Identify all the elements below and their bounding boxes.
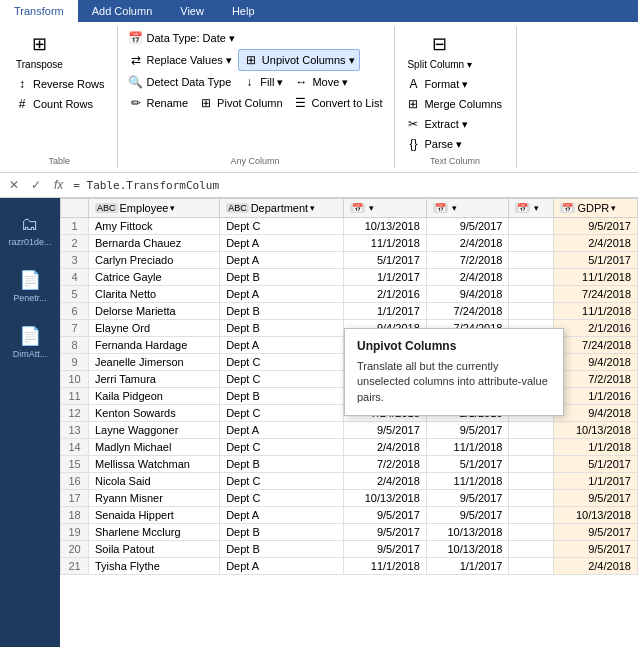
cell-4: 11/1/2018 [426,473,509,490]
cell-6: 11/1/2018 [554,303,638,320]
unpivot-icon: ⊞ [243,52,259,68]
parse-icon: {} [405,136,421,152]
btn-count-rows[interactable]: # Count Rows [10,94,97,114]
cell-6: 10/13/2018 [554,507,638,524]
cell-5 [509,473,554,490]
fx-label: fx [50,178,67,192]
cell-0: 10 [61,371,89,388]
replace-values-icon: ⇄ [128,52,144,68]
main-area: 🗂 razr01de... 📄 Penetr... 📄 DimAtt... AB… [0,198,638,647]
cell-6: 9/5/2017 [554,490,638,507]
cell-2: Dept B [220,388,344,405]
cell-0: 2 [61,235,89,252]
cell-5 [509,286,554,303]
cell-6: 11/1/2018 [554,269,638,286]
cell-2: Dept A [220,252,344,269]
btn-fill[interactable]: ↓ Fill ▾ [237,72,287,92]
formula-reject-button[interactable]: ✕ [4,175,24,195]
cell-2: Dept A [220,235,344,252]
cell-1: Layne Waggoner [89,422,220,439]
col-header-col5[interactable]: 📅 ▾ [509,199,554,218]
col-header-col3[interactable]: 📅 ▾ [344,199,427,218]
btn-merge-columns[interactable]: ⊞ Merge Columns [401,94,506,114]
cell-2: Dept C [220,405,344,422]
table-row: 18Senaida HippertDept A9/5/20179/5/20171… [61,507,638,524]
btn-data-type[interactable]: 📅 Data Type: Date ▾ [124,28,239,48]
btn-detect-data-type[interactable]: 🔍 Detect Data Type [124,72,236,92]
cell-2: Dept A [220,558,344,575]
cell-5 [509,456,554,473]
cell-2: Dept B [220,320,344,337]
col-header-col4[interactable]: 📅 ▾ [426,199,509,218]
cell-1: Amy Fittock [89,218,220,235]
cell-3: 10/13/2018 [344,218,427,235]
table-row: 2Bernarda ChauezDept A11/1/20182/4/20182… [61,235,638,252]
cell-4: 11/1/2018 [426,439,509,456]
cell-1: Senaida Hippert [89,507,220,524]
cell-1: Carlyn Preciado [89,252,220,269]
cell-3: 2/4/2018 [344,473,427,490]
btn-rename[interactable]: ✏ Rename [124,93,193,113]
col4-dropdown[interactable]: ▾ [452,203,457,213]
sidebar-item-1[interactable]: 📄 Penetr... [4,260,56,312]
gdpr-dropdown[interactable]: ▾ [611,203,616,213]
btn-reverse-rows[interactable]: ↕ Reverse Rows [10,74,109,94]
tab-view[interactable]: View [166,0,218,22]
cell-5 [509,541,554,558]
table-group-label: Table [10,154,109,166]
cell-4: 5/1/2017 [426,456,509,473]
btn-split-column[interactable]: ⊟ Split Column ▾ [401,28,477,74]
table-row: 20Soila PatoutDept B9/5/201710/13/20189/… [61,541,638,558]
cell-2: Dept C [220,354,344,371]
btn-transpose[interactable]: ⊞ Transpose [10,28,69,74]
unpivot-tooltip: Unpivot Columns Translate all but the cu… [344,328,564,416]
employee-dropdown[interactable]: ▾ [170,203,175,213]
btn-convert-to-list[interactable]: ☰ Convert to List [289,93,387,113]
cell-2: Dept A [220,286,344,303]
cell-0: 16 [61,473,89,490]
col-header-employee[interactable]: ABC Employee ▾ [89,199,220,218]
text-column-label: Text Column [401,154,508,166]
cell-3: 7/2/2018 [344,456,427,473]
col3-dropdown[interactable]: ▾ [369,203,374,213]
sidebar-item-2[interactable]: 📄 DimAtt... [4,316,56,368]
tab-transform[interactable]: Transform [0,0,78,22]
cell-2: Dept C [220,218,344,235]
cell-3: 2/4/2018 [344,439,427,456]
col-header-gdpr[interactable]: 📅 GDPR ▾ [554,199,638,218]
cell-3: 9/5/2017 [344,541,427,558]
cell-5 [509,269,554,286]
cell-6: 7/24/2018 [554,337,638,354]
table-row: 14Madlyn MichaelDept C2/4/201811/1/20181… [61,439,638,456]
cell-0: 4 [61,269,89,286]
sidebar-item-0-icon: 🗂 [21,214,39,235]
btn-unpivot-columns[interactable]: ⊞ Unpivot Columns ▾ [238,49,360,71]
col-header-department[interactable]: ABC Department ▾ [220,199,344,218]
tab-add-column[interactable]: Add Column [78,0,167,22]
table-row: 1Amy FittockDept C10/13/20189/5/20179/5/… [61,218,638,235]
cell-0: 13 [61,422,89,439]
cell-0: 1 [61,218,89,235]
cell-6: 2/4/2018 [554,558,638,575]
cell-4: 2/4/2018 [426,235,509,252]
formula-accept-button[interactable]: ✓ [26,175,46,195]
cell-2: Dept C [220,490,344,507]
cell-4: 9/5/2017 [426,422,509,439]
cell-6: 9/5/2017 [554,218,638,235]
department-dropdown[interactable]: ▾ [310,203,315,213]
cell-1: Elayne Ord [89,320,220,337]
btn-extract[interactable]: ✂ Extract ▾ [401,114,471,134]
btn-format[interactable]: A Format ▾ [401,74,472,94]
cell-6: 9/4/2018 [554,405,638,422]
cell-1: Catrice Gayle [89,269,220,286]
cell-4: 10/13/2018 [426,541,509,558]
tab-help[interactable]: Help [218,0,269,22]
btn-parse[interactable]: {} Parse ▾ [401,134,466,154]
col5-dropdown[interactable]: ▾ [534,203,539,213]
cell-1: Kenton Sowards [89,405,220,422]
sidebar-item-0[interactable]: 🗂 razr01de... [4,204,56,256]
btn-pivot-column[interactable]: ⊞ Pivot Column [194,93,286,113]
formula-input[interactable] [71,177,634,194]
btn-move[interactable]: ↔ Move ▾ [289,72,352,92]
btn-replace-values[interactable]: ⇄ Replace Values ▾ [124,50,236,70]
